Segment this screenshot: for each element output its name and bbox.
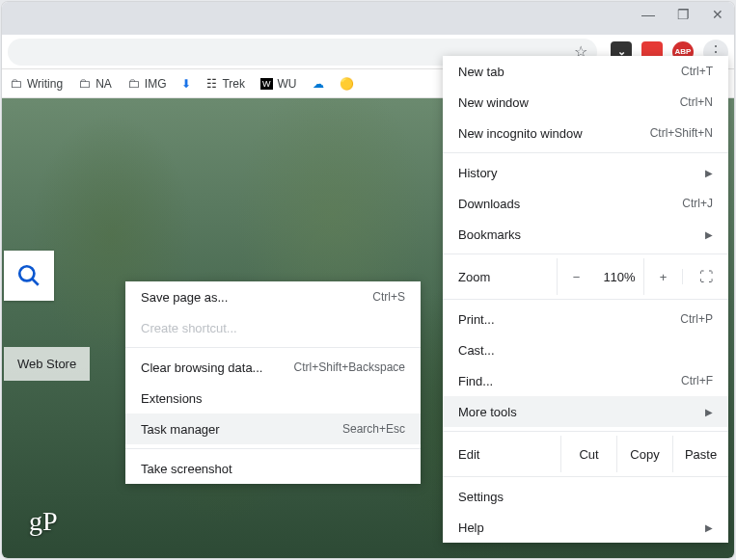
new-incognito-item[interactable]: New incognito window Ctrl+Shift+N (443, 118, 728, 148)
downloads-item[interactable]: Downloads Ctrl+J (443, 188, 728, 219)
bookmark-na[interactable]: 🗀NA (78, 76, 112, 91)
bookmark-download[interactable]: ⬇ (181, 77, 191, 91)
restore-button[interactable]: ❐ (676, 8, 690, 21)
task-manager-item[interactable]: Task manager Search+Esc (125, 413, 421, 444)
clear-browsing-data-item[interactable]: Clear browsing data... Ctrl+Shift+Backsp… (125, 352, 421, 383)
settings-item[interactable]: Settings (443, 481, 728, 512)
cut-button[interactable]: Cut (560, 436, 616, 472)
folder-icon: 🗀 (78, 76, 91, 91)
menu-label: Task manager (141, 422, 220, 437)
paste-button[interactable]: Paste (672, 436, 728, 472)
bookmark-cloud[interactable]: ☁ (313, 77, 324, 91)
copy-button[interactable]: Copy (616, 436, 672, 472)
chevron-right-icon: ▶ (705, 229, 713, 240)
zoom-out-button[interactable]: − (557, 258, 595, 295)
edit-label: Edit (458, 447, 560, 462)
bookmark-label: Trek (222, 77, 245, 91)
menu-label: History (458, 166, 497, 180)
menu-separator (443, 476, 728, 477)
search-icon (16, 263, 41, 288)
bookmark-label: WU (278, 77, 297, 91)
extensions-item[interactable]: Extensions (125, 383, 421, 413)
bookmarks-item[interactable]: Bookmarks ▶ (443, 219, 728, 250)
new-window-item[interactable]: New window Ctrl+N (443, 87, 728, 118)
menu-label: Downloads (458, 197, 520, 211)
folder-icon: 🗀 (10, 76, 22, 91)
menu-separator (443, 431, 728, 432)
chevron-right-icon: ▶ (705, 168, 713, 178)
menu-label: Find... (458, 374, 493, 388)
chevron-right-icon: ▶ (705, 522, 713, 533)
site-logo: gP (29, 506, 58, 537)
menu-label: New incognito window (458, 126, 583, 141)
zoom-row: Zoom − 110% + ⛶ (443, 258, 728, 295)
browser-window: — ❐ ✕ ☆ ⌄ ABP ⋮ 🗀Writing 🗀NA 🗀IMG ⬇ ☷Tre… (2, 2, 734, 558)
menu-label: Settings (458, 490, 504, 504)
bookmark-label: IMG (145, 77, 167, 91)
zoom-in-button[interactable]: + (643, 258, 682, 295)
menu-label: New tab (458, 65, 504, 79)
more-tools-submenu: Save page as... Ctrl+S Create shortcut..… (125, 281, 421, 484)
menu-shortcut: Ctrl+S (372, 290, 405, 304)
find-item[interactable]: Find... Ctrl+F (443, 365, 728, 396)
svg-line-1 (32, 279, 39, 285)
fullscreen-button[interactable]: ⛶ (682, 269, 728, 284)
bookmark-img[interactable]: 🗀IMG (127, 76, 167, 91)
menu-label: More tools (458, 405, 517, 419)
menu-shortcut: Ctrl+J (682, 197, 713, 210)
web-store-tile[interactable]: Web Store (4, 347, 90, 381)
zoom-percent: 110% (595, 270, 643, 284)
web-store-label: Web Store (17, 357, 76, 371)
bookmark-label: Writing (27, 77, 63, 91)
edit-row: Edit Cut Copy Paste (443, 436, 728, 472)
trek-icon: ☷ (206, 77, 217, 91)
menu-label: Extensions (141, 391, 203, 406)
menu-separator (125, 448, 421, 449)
menu-label: Take screenshot (141, 462, 232, 476)
save-page-as-item[interactable]: Save page as... Ctrl+S (125, 281, 421, 312)
more-tools-item[interactable]: More tools ▶ (443, 396, 728, 427)
photos-icon: 🟡 (340, 77, 354, 91)
history-item[interactable]: History ▶ (443, 157, 728, 188)
close-button[interactable]: ✕ (711, 8, 724, 21)
new-tab-item[interactable]: New tab Ctrl+T (443, 56, 728, 87)
menu-shortcut: Ctrl+Shift+N (650, 126, 713, 140)
menu-label: Cast... (458, 343, 495, 358)
folder-icon: 🗀 (127, 76, 140, 91)
menu-shortcut: Ctrl+F (681, 374, 713, 387)
help-item[interactable]: Help ▶ (443, 512, 728, 543)
menu-label: Clear browsing data... (141, 360, 262, 375)
bookmark-trek[interactable]: ☷Trek (206, 77, 245, 91)
menu-label: Help (458, 520, 484, 535)
menu-separator (443, 152, 728, 153)
menu-label: Print... (458, 312, 495, 327)
menu-shortcut: Ctrl+N (680, 95, 713, 109)
bookmark-photos[interactable]: 🟡 (340, 77, 354, 91)
menu-label: Create shortcut... (141, 321, 237, 335)
menu-separator (125, 347, 421, 348)
create-shortcut-item: Create shortcut... (125, 312, 421, 343)
bookmark-label: NA (95, 77, 112, 91)
main-menu: New tab Ctrl+T New window Ctrl+N New inc… (443, 56, 728, 543)
menu-shortcut: Ctrl+Shift+Backspace (294, 360, 405, 374)
svg-point-0 (19, 266, 34, 280)
menu-label: Bookmarks (458, 227, 521, 242)
chevron-right-icon: ▶ (705, 407, 713, 417)
menu-shortcut: Ctrl+P (680, 312, 713, 326)
zoom-label: Zoom (458, 270, 557, 284)
bookmark-wu[interactable]: WWU (260, 77, 297, 91)
take-screenshot-item[interactable]: Take screenshot (125, 453, 421, 484)
titlebar: — ❐ ✕ (2, 2, 734, 35)
menu-shortcut: Search+Esc (342, 422, 405, 436)
cast-item[interactable]: Cast... (443, 334, 728, 365)
print-item[interactable]: Print... Ctrl+P (443, 304, 728, 334)
minimize-button[interactable]: — (641, 8, 655, 21)
menu-separator (443, 299, 728, 300)
menu-label: New window (458, 95, 529, 110)
search-tile[interactable] (4, 251, 54, 301)
download-icon: ⬇ (181, 77, 191, 91)
menu-shortcut: Ctrl+T (681, 65, 713, 78)
bookmark-writing[interactable]: 🗀Writing (10, 76, 63, 91)
cloud-icon: ☁ (313, 77, 324, 91)
wu-icon: W (260, 78, 273, 90)
